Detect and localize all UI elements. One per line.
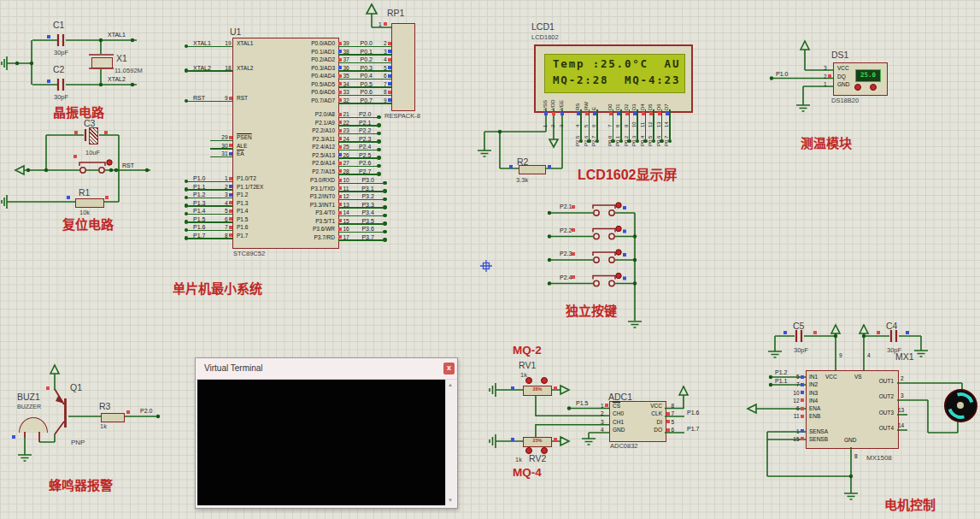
pin-row[interactable]: 39 P0.0 2	[338, 40, 391, 49]
buz1-ref[interactable]: BUZ1	[17, 392, 40, 402]
pin-row[interactable]: 22 P2.1	[338, 120, 379, 128]
lcd-pin-column[interactable]: D5 12 P0.5	[648, 90, 656, 146]
pin-row[interactable]: 31	[210, 150, 232, 159]
pin-row[interactable]: P1.4 5	[186, 208, 232, 216]
lcd-pin-column[interactable]: D1 8 P0.1	[615, 90, 624, 146]
pin-row[interactable]: P1.6 7	[186, 224, 232, 233]
lcd-pin-column[interactable]: VEE 3	[558, 90, 566, 146]
lcd-pin-column[interactable]: D3 10 P0.3	[631, 90, 640, 146]
lcd-pin-column[interactable]: D0 7 P0.0	[607, 90, 615, 146]
pin-marker	[801, 391, 804, 394]
pin-row[interactable]: P1.5 6	[186, 216, 232, 225]
lcd-pin-column[interactable]: RS 4 P2.5	[575, 90, 584, 146]
r3-ref[interactable]: R3	[99, 401, 110, 411]
adc1-ref[interactable]: ADC1	[608, 392, 632, 402]
pin-row[interactable]: RST 9	[186, 95, 232, 103]
rp1-body[interactable]	[391, 23, 415, 111]
pin-row[interactable]: 38 P0.1 3	[338, 49, 391, 57]
virtual-terminal-window[interactable]: Virtual Terminal x ▲ ▼	[195, 357, 458, 509]
schematic-canvas[interactable]: C1 30pF C2 30pF X1 11.0592M XTAL1 XTAL2 …	[0, 0, 980, 519]
pin-row[interactable]: P1.7 8	[186, 233, 232, 241]
pin-row[interactable]: 14 P3.4	[338, 209, 385, 218]
crystal-body[interactable]	[91, 57, 113, 68]
rv2-ref[interactable]: RV2	[529, 453, 546, 463]
rp1-ref[interactable]: RP1	[387, 8, 404, 18]
pin-row[interactable]: 12 P3.2	[338, 193, 385, 202]
key-row[interactable]: P2.1	[560, 203, 594, 227]
pin-row[interactable]: 37 P0.2 4	[338, 56, 391, 65]
terminal-screen[interactable]	[197, 380, 445, 505]
pin-row[interactable]: 30	[210, 143, 232, 151]
pin-row[interactable]: 33 P0.6 8	[338, 89, 391, 97]
c3-capacitor[interactable]	[89, 127, 98, 144]
lcd-line2: MQ-2:28 MQ-4:23	[553, 74, 680, 86]
pin-row[interactable]: 11 P3.1	[338, 186, 385, 194]
c2-ref[interactable]: C2	[53, 64, 64, 74]
r3-resistor[interactable]	[101, 413, 125, 422]
pin-row[interactable]: 25 P2.4	[338, 144, 379, 152]
pin-name-row: P2.1/A9	[267, 120, 335, 128]
terminal-scrollbar[interactable]: ▲ ▼	[445, 380, 456, 505]
x1-ref[interactable]: X1	[116, 53, 127, 63]
pin-row[interactable]: 28 P2.7	[338, 168, 379, 177]
pin-row[interactable]: XTAL1 19	[186, 40, 232, 65]
pin-row[interactable]: 23 P2.2	[338, 127, 379, 136]
lcd-pin-column[interactable]: E 6 P2.7	[591, 90, 600, 146]
rv2-potentiometer[interactable]: 23%	[523, 437, 552, 447]
scroll-up-icon[interactable]: ▲	[448, 382, 453, 387]
c4-ref[interactable]: C4	[886, 321, 897, 331]
c5-ref[interactable]: C5	[793, 321, 804, 331]
pin-row[interactable]: 26 P2.5	[338, 152, 379, 161]
key-row[interactable]: P2.2	[560, 227, 594, 251]
lcd-pin-column[interactable]: VDD 2	[550, 90, 559, 146]
pin-row[interactable]: 29	[210, 134, 232, 143]
lcd-pin-column[interactable]: D2 9 P0.2	[623, 90, 631, 146]
lcd-pin-column[interactable]: D4 11 P0.4	[639, 90, 648, 146]
r1-resistor[interactable]	[75, 198, 104, 208]
terminal-titlebar[interactable]: Virtual Terminal x	[196, 358, 457, 380]
pin-number: 6	[591, 117, 598, 127]
rv1-ref[interactable]: RV1	[519, 360, 536, 370]
pin-row[interactable]: P1.2 3	[186, 192, 232, 200]
dc-motor[interactable]	[944, 389, 977, 422]
pin-row[interactable]: 17 P3.7	[338, 234, 385, 243]
mx1-ref[interactable]: MX1	[895, 351, 914, 362]
c1-ref[interactable]: C1	[53, 20, 64, 30]
r2-resistor[interactable]	[519, 165, 546, 174]
pin-row[interactable]: 13 P3.3	[338, 202, 385, 210]
pin-row[interactable]: 32 P0.7 9	[338, 97, 391, 106]
pin-row[interactable]: P1.0 1	[186, 175, 232, 184]
pin-row[interactable]: 35 P0.4 6	[338, 73, 391, 81]
close-button[interactable]: x	[443, 363, 455, 375]
pin-row[interactable]: 27 P2.6	[338, 160, 379, 168]
buzzer-body[interactable]	[19, 417, 48, 433]
pin-row[interactable]: XTAL2 18	[186, 65, 232, 90]
pin-row[interactable]: 21 P2.0	[338, 111, 379, 120]
ds1-ref[interactable]: DS1	[831, 50, 848, 60]
lcd-pin-column[interactable]: VSS 1	[542, 90, 550, 146]
lcd-pin-column[interactable]: RW 5 P2.6	[583, 90, 591, 146]
key-row[interactable]: P2.4	[560, 274, 594, 298]
pin-marker	[388, 50, 391, 53]
lcd-pin-column[interactable]: D6 13 P0.6	[655, 90, 664, 146]
u1-ref[interactable]: U1	[230, 27, 241, 37]
pin-row[interactable]: 24 P2.3	[338, 136, 379, 144]
q1-ref[interactable]: Q1	[70, 382, 82, 392]
pin-number-out3: 13	[898, 407, 904, 413]
pin-row[interactable]: 15 P3.5	[338, 218, 385, 227]
pin-row[interactable]: P1.1 2	[186, 184, 232, 192]
pin-number: 6	[670, 427, 676, 433]
pin-row[interactable]: 34 P0.5 7	[338, 81, 391, 90]
rv1-potentiometer[interactable]: 28%	[523, 386, 552, 396]
pin-row[interactable]: 10 P3.0	[338, 177, 385, 186]
key-row[interactable]: P2.3	[560, 251, 594, 274]
pin-row[interactable]: 16 P3.6	[338, 226, 385, 234]
lcd1-ref[interactable]: LCD1	[531, 21, 555, 32]
pin-row[interactable]: P1.3 4	[186, 200, 232, 209]
r1-ref[interactable]: R1	[79, 187, 90, 198]
lcd-pin-column[interactable]: D7 14 P0.7	[664, 90, 672, 146]
pin-name-row: P0.3/AD3	[267, 65, 335, 74]
pin-number: 6	[223, 216, 229, 222]
scroll-down-icon[interactable]: ▼	[448, 498, 453, 503]
pin-row[interactable]: 36 P0.3 5	[338, 65, 391, 74]
